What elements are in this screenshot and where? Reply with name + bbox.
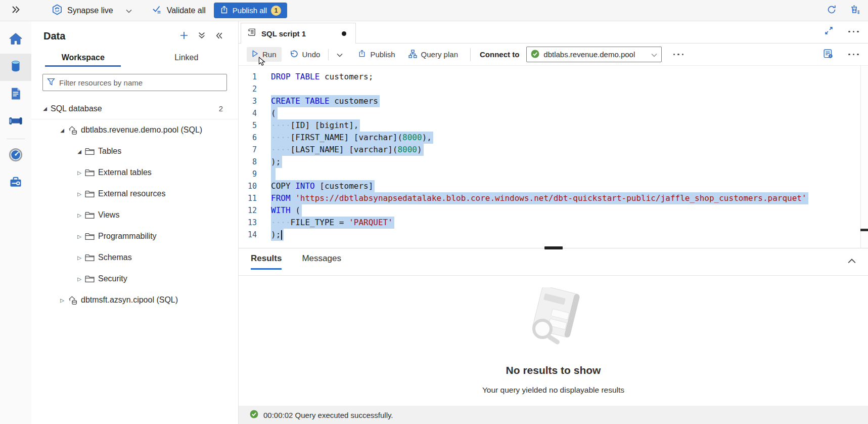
tree-expander-icon[interactable]: ◢ [74,149,85,154]
undo-icon [290,50,298,60]
tree-expander-icon[interactable]: ▷ [57,298,68,303]
code-line[interactable]: 5 ····[ID] [bigint], [239,119,868,132]
tab-linked[interactable]: Linked [135,49,239,67]
pool-select-dropdown[interactable]: dbtlabs.revenue.demo.pool [526,47,662,62]
sql-script-icon [247,28,256,39]
validate-all-button[interactable]: Validate all [152,5,206,16]
sql-code-editor[interactable]: 1 DROP TABLE customers; 2 3 CREATE TABLE… [239,66,868,248]
results-empty-state: No results to show Your query yielded no… [239,276,868,406]
undo-button[interactable]: Undo [285,47,326,62]
tree-item-tables[interactable]: ◢ Tables [31,141,238,162]
mode-selector[interactable]: Synapse live [52,4,132,17]
tab-workspace[interactable]: Workspace [31,49,135,67]
tab-more-actions-button[interactable] [847,31,860,33]
tree-item-icon [85,211,98,219]
filter-funnel-icon [47,78,55,88]
editor-scrollbar[interactable] [860,66,868,248]
code-line[interactable]: 10 COPY INTO [customers] [239,180,868,192]
collapse-all-button[interactable] [198,32,205,41]
tree-item-sql-database[interactable]: ◢ SQL database 2 [31,98,238,119]
line-content: ····[LAST_NAME] [varchar](8000) [271,144,424,156]
collapse-results-button[interactable] [848,257,856,266]
editor-more-actions-button[interactable] [847,54,860,56]
tree-item-external-tables[interactable]: ▷ External tables [31,162,238,183]
tree-item-label: dbtmsft.azsyn.cipool (SQL) [81,295,178,305]
run-options-dropdown-button[interactable] [332,48,348,61]
add-resource-button[interactable] [180,31,188,41]
expand-editor-button[interactable] [825,26,833,37]
expand-rail-button[interactable] [0,6,31,15]
code-line[interactable]: 6 ····[FIRST_NAME] [varchar](8000), [239,132,868,144]
tree-expander-icon[interactable]: ▷ [74,276,85,282]
nav-monitor-button[interactable] [0,142,31,169]
tree-expander-icon[interactable]: ◢ [57,128,68,133]
tree-item-count: 2 [219,104,223,113]
code-line[interactable]: 4 ( [239,107,868,119]
tree-expander-icon[interactable]: ▷ [74,255,85,261]
query-plan-button[interactable]: Query plan [403,47,463,62]
nav-data-button[interactable] [0,54,31,81]
run-button[interactable]: Run [247,47,282,62]
tab-messages[interactable]: Messages [302,253,341,270]
code-line[interactable]: 1 DROP TABLE customers; [239,71,868,83]
splitter-drag-handle[interactable] [544,246,563,249]
line-number: 9 [239,168,264,180]
tree-item-icon [68,125,81,136]
tree-expander-icon[interactable]: ▷ [74,191,85,197]
pool-name: dbtlabs.revenue.demo.pool [543,50,635,59]
code-line[interactable]: 14 ); [239,229,868,241]
code-line[interactable]: 2 [239,83,868,95]
code-line[interactable]: 8 ); [239,156,868,168]
publish-button[interactable]: Publish [353,47,400,62]
run-label: Run [262,50,277,59]
discard-all-button[interactable] [850,5,860,17]
code-line[interactable]: 11 FROM 'https://dbtlabsynapsedatalake.b… [239,192,868,204]
filter-input[interactable] [59,78,222,87]
nav-home-button[interactable] [0,26,31,54]
line-number: 4 [239,107,264,119]
line-content: ); [271,229,284,241]
double-chevron-right-icon [12,6,20,15]
sidebar-tabs: Workspace Linked [31,49,238,67]
tree-expander-icon[interactable]: ▷ [74,234,85,239]
tab-sql-script-1[interactable]: SQL script 1 [241,23,356,44]
refresh-button[interactable] [827,5,837,17]
tree-item-icon [68,295,81,306]
tree-expander-icon[interactable]: ▷ [74,170,85,176]
tree-item-security[interactable]: ▷ Security [31,268,238,289]
collapse-panel-button[interactable] [215,32,223,41]
tree-item-icon [85,233,98,240]
nav-develop-button[interactable] [0,81,31,108]
code-line[interactable]: 12 WITH ( [239,204,868,217]
tab-results[interactable]: Results [251,253,282,270]
integrate-icon [8,113,24,131]
publish-all-button[interactable]: Publish all 1 [214,3,287,18]
tree-item-views[interactable]: ▷ Views [31,204,238,226]
properties-button[interactable] [824,49,833,60]
line-number: 14 [239,229,264,241]
top-command-bar: Synapse live Validate all Publish all 1 [0,0,868,21]
tree-item-icon [85,190,98,198]
tree-expander-icon[interactable]: ◢ [39,106,51,111]
tree-item-dbtlabs-revenue-demo-pool-sql[interactable]: ◢ dbtlabs.revenue.demo.pool (SQL) [31,119,238,141]
left-nav-rail [0,21,31,424]
line-number: 5 [239,119,264,132]
tree-item-dbtmsft-azsyn-cipool-sql[interactable]: ▷ dbtmsft.azsyn.cipool (SQL) [31,289,238,311]
tree-item-icon [85,254,98,262]
tree-item-schemas[interactable]: ▷ Schemas [31,247,238,268]
tree-expander-icon[interactable]: ▷ [74,213,85,218]
code-line[interactable]: 13 ····FILE_TYPE = 'PARQUET' [239,217,868,229]
nav-manage-button[interactable] [0,169,31,197]
nav-integrate-button[interactable] [0,108,31,136]
line-content: ····[FIRST_NAME] [varchar](8000), [271,132,433,144]
code-line[interactable]: 3 CREATE TABLE customers [239,95,868,107]
unsaved-dot-icon [342,31,346,36]
connect-more-button[interactable] [672,54,685,56]
tree-item-label: External resources [98,189,165,198]
line-number: 7 [239,144,264,156]
code-line[interactable]: 9 [239,168,868,180]
tree-item-programmability[interactable]: ▷ Programmability [31,226,238,247]
code-line[interactable]: 7 ····[LAST_NAME] [varchar](8000) [239,144,868,156]
tree-item-external-resources[interactable]: ▷ External resources [31,183,238,204]
toolbar-divider [470,48,471,61]
